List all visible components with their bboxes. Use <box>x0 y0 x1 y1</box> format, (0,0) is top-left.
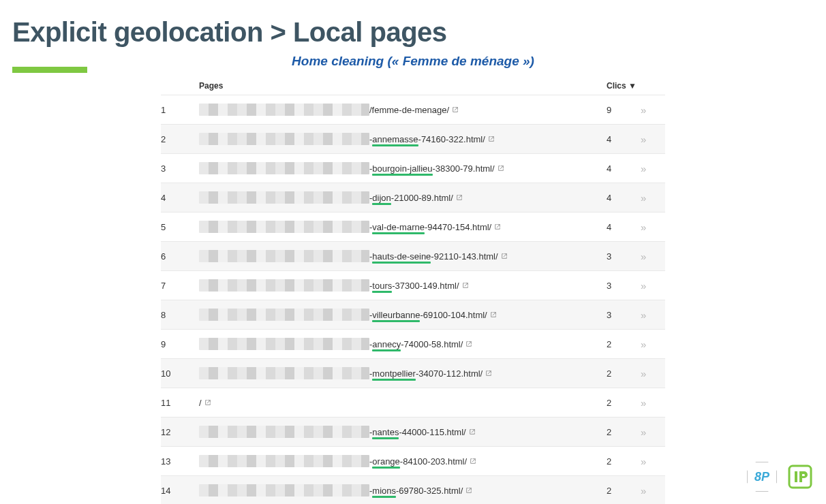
table-row: 14-mions-69780-325.html/2» <box>161 475 665 504</box>
expand-row-icon[interactable]: » <box>641 133 665 145</box>
redacted-segment <box>199 455 369 467</box>
page-url-text[interactable]: -dijon-21000-89.html/ <box>369 193 453 203</box>
external-link-icon[interactable] <box>465 487 472 494</box>
external-link-icon[interactable] <box>488 136 495 142</box>
pages-table: Pages Clics ▼ 1/femme-de-menage/9»2-anne… <box>161 77 665 504</box>
page-url-text[interactable]: -annemasse-74160-322.html/ <box>369 134 485 144</box>
expand-row-icon[interactable]: » <box>641 485 665 497</box>
page-url-text[interactable]: -nantes-44000-115.html/ <box>369 427 466 437</box>
external-link-icon[interactable] <box>452 106 459 113</box>
table-row: 8-villeurbanne-69100-104.html/3» <box>161 300 665 329</box>
external-link-icon[interactable] <box>485 370 492 377</box>
page-url-cell[interactable]: -annemasse-74160-322.html/ <box>199 133 607 145</box>
expand-row-icon[interactable]: » <box>641 397 665 409</box>
expand-row-icon[interactable]: » <box>641 221 665 233</box>
row-index: 7 <box>161 281 199 291</box>
redacted-segment <box>199 250 369 262</box>
table-row: 10-montpellier-34070-112.html/2» <box>161 358 665 388</box>
logo-8p: 8P <box>747 462 777 492</box>
page-url-cell[interactable]: -montpellier-34070-112.html/ <box>199 367 607 379</box>
page-url-cell[interactable]: -bourgoin-jallieu-38300-79.html/ <box>199 162 607 174</box>
subtitle: Home cleaning (« Femme de ménage ») <box>0 54 826 69</box>
page-url-text[interactable]: -hauts-de-seine-92110-143.html/ <box>369 251 498 262</box>
expand-row-icon[interactable]: » <box>641 104 665 116</box>
page-url-cell[interactable]: -mions-69780-325.html/ <box>199 484 607 497</box>
clics-value: 2 <box>607 427 641 437</box>
col-header-clics[interactable]: Clics ▼ <box>607 81 641 91</box>
expand-row-icon[interactable]: » <box>641 163 665 174</box>
table-row: 7-tours-37300-149.html/3» <box>161 270 665 300</box>
external-link-icon[interactable] <box>501 253 508 259</box>
page-url-cell[interactable]: -dijon-21000-89.html/ <box>199 191 607 204</box>
redacted-segment <box>199 162 369 174</box>
table-row: 5-val-de-marne-94470-154.html/4» <box>161 212 665 241</box>
external-link-icon[interactable] <box>469 428 476 435</box>
highlight-underline <box>372 291 392 293</box>
page-url-cell[interactable]: -orange-84100-203.html/ <box>199 455 607 467</box>
highlight-underline <box>372 496 396 498</box>
page-url-text[interactable]: -orange-84100-203.html/ <box>369 456 467 467</box>
table-row: 11/2» <box>161 388 665 417</box>
redacted-segment <box>199 104 369 116</box>
row-index: 14 <box>161 486 199 496</box>
page-url-text[interactable]: -annecy-74000-58.html/ <box>369 339 463 349</box>
external-link-icon[interactable] <box>470 458 476 464</box>
page-url-text[interactable]: -montpellier-34070-112.html/ <box>369 368 483 379</box>
page-url-text[interactable]: / <box>199 398 202 408</box>
page-url-text[interactable]: -tours-37300-149.html/ <box>369 281 459 291</box>
external-link-icon[interactable] <box>456 194 463 201</box>
row-index: 13 <box>161 456 199 467</box>
table-row: 13-orange-84100-203.html/2» <box>161 446 665 475</box>
highlight-underline <box>372 437 399 439</box>
table-row: 9-annecy-74000-58.html/2» <box>161 329 665 358</box>
page-url-cell[interactable]: -hauts-de-seine-92110-143.html/ <box>199 250 607 262</box>
redacted-segment <box>199 309 369 321</box>
page-url-cell[interactable]: /femme-de-menage/ <box>199 104 607 116</box>
highlight-underline <box>372 144 418 146</box>
external-link-icon[interactable] <box>462 282 469 289</box>
expand-row-icon[interactable]: » <box>641 309 665 321</box>
expand-row-icon[interactable]: » <box>641 426 665 438</box>
page-url-cell[interactable]: -annecy-74000-58.html/ <box>199 338 607 350</box>
col-header-pages[interactable]: Pages <box>199 81 607 91</box>
external-link-icon[interactable] <box>494 223 501 230</box>
row-index: 8 <box>161 310 199 320</box>
clics-value: 2 <box>607 368 641 379</box>
page-url-text[interactable]: -mions-69780-325.html/ <box>369 486 463 496</box>
redacted-segment <box>199 426 369 438</box>
table-row: 6-hauts-de-seine-92110-143.html/3» <box>161 241 665 270</box>
expand-row-icon[interactable]: » <box>641 456 665 467</box>
table-row: 1/femme-de-menage/9» <box>161 95 665 124</box>
svg-rect-1 <box>795 471 797 482</box>
expand-row-icon[interactable]: » <box>641 251 665 262</box>
page-url-text[interactable]: -bourgoin-jallieu-38300-79.html/ <box>369 163 495 174</box>
external-link-icon[interactable] <box>465 341 472 347</box>
page-url-text[interactable]: /femme-de-menage/ <box>369 105 449 115</box>
highlight-underline <box>372 320 420 322</box>
clics-value: 3 <box>607 251 641 262</box>
page-url-cell[interactable]: -villeurbanne-69100-104.html/ <box>199 309 607 321</box>
redacted-segment <box>199 484 369 497</box>
page-url-cell[interactable]: / <box>199 398 607 408</box>
page-url-cell[interactable]: -tours-37300-149.html/ <box>199 279 607 292</box>
clics-value: 4 <box>607 222 641 232</box>
page-url-text[interactable]: -villeurbanne-69100-104.html/ <box>369 310 487 320</box>
row-index: 11 <box>161 398 199 408</box>
expand-row-icon[interactable]: » <box>641 192 665 204</box>
highlight-underline <box>372 174 432 176</box>
expand-row-icon[interactable]: » <box>641 338 665 350</box>
row-index: 2 <box>161 134 199 144</box>
external-link-icon[interactable] <box>490 311 497 318</box>
external-link-icon[interactable] <box>204 399 211 406</box>
redacted-segment <box>199 221 369 233</box>
page-url-cell[interactable]: -val-de-marne-94470-154.html/ <box>199 221 607 233</box>
page-url-text[interactable]: -val-de-marne-94470-154.html/ <box>369 222 491 232</box>
footer-logos: 8P <box>747 462 814 492</box>
clics-value: 3 <box>607 310 641 320</box>
redacted-segment <box>199 133 369 145</box>
page-url-cell[interactable]: -nantes-44000-115.html/ <box>199 426 607 438</box>
table-row: 12-nantes-44000-115.html/2» <box>161 417 665 446</box>
expand-row-icon[interactable]: » <box>641 368 665 379</box>
expand-row-icon[interactable]: » <box>641 280 665 292</box>
external-link-icon[interactable] <box>498 165 504 172</box>
